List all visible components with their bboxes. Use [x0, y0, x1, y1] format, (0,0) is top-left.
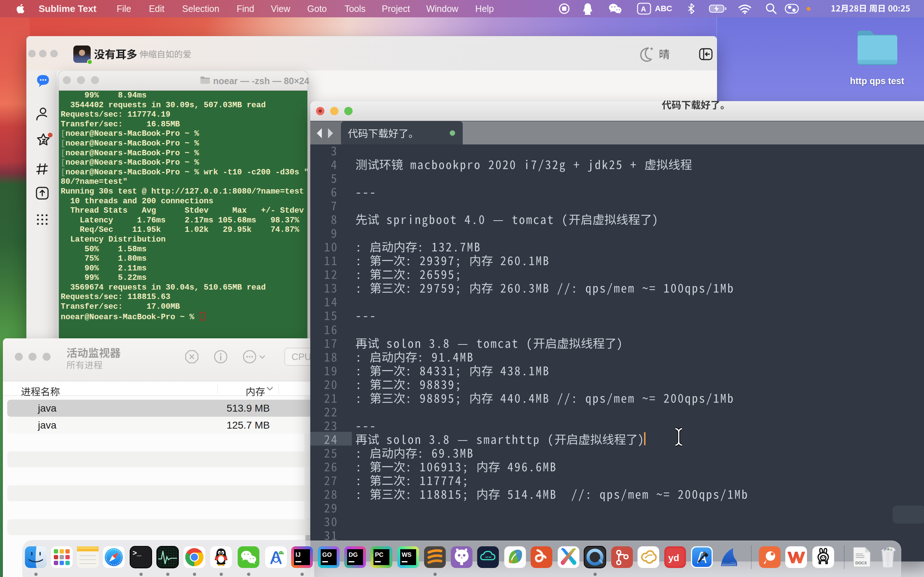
svg-text:yd: yd: [668, 553, 679, 563]
svg-text:WS: WS: [402, 551, 411, 558]
svg-text:DG: DG: [348, 551, 358, 558]
svg-text:GO: GO: [322, 551, 332, 558]
svg-text:A: A: [641, 5, 646, 13]
svg-text:PC: PC: [375, 551, 384, 558]
svg-text:DOCX: DOCX: [855, 561, 867, 565]
svg-text:IJ: IJ: [295, 551, 300, 558]
svg-text:>_: >_: [132, 549, 142, 558]
